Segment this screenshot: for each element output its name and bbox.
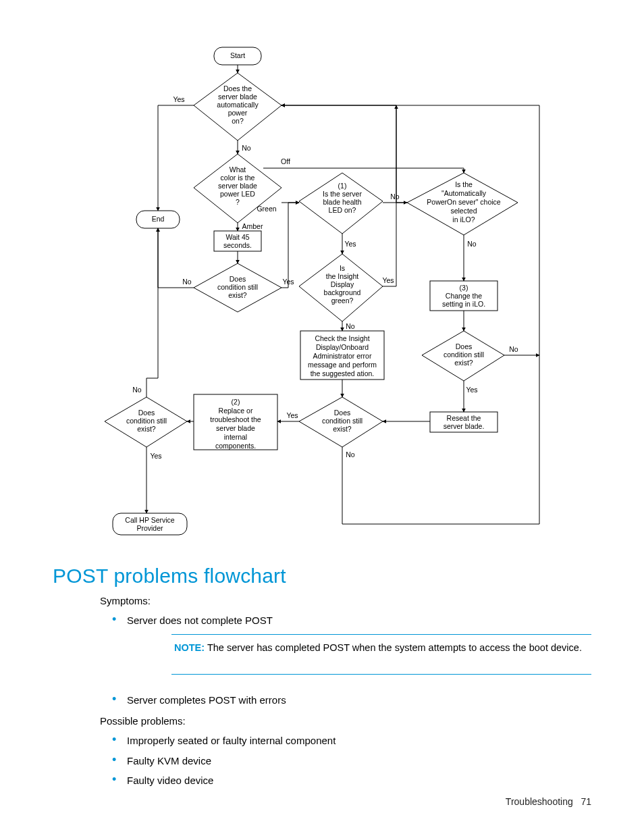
footer-section: Troubleshooting <box>506 796 573 807</box>
svg-text:Green: Green <box>257 205 276 213</box>
svg-text:No: No <box>132 386 142 394</box>
svg-text:No: No <box>467 240 477 248</box>
svg-text:green?: green? <box>331 296 354 305</box>
svg-text:Yes: Yes <box>466 386 477 394</box>
svg-text:Yes: Yes <box>382 276 394 284</box>
svg-text:Check the Insight: Check the Insight <box>315 334 369 342</box>
page-footer: Troubleshooting 71 <box>506 796 591 807</box>
svg-text:?: ? <box>236 198 240 206</box>
svg-text:Call HP Service: Call HP Service <box>125 516 174 524</box>
svg-text:No: No <box>346 322 355 330</box>
note-block: NOTE: The server has completed POST when… <box>171 634 591 675</box>
svg-text:(2): (2) <box>232 398 240 406</box>
svg-text:Provider: Provider <box>136 524 163 532</box>
svg-text:condition still: condition still <box>322 417 363 425</box>
svg-text:What: What <box>230 165 246 174</box>
node-start: Start <box>230 51 245 59</box>
svg-text:in iLO?: in iLO? <box>452 215 475 224</box>
svg-text:power LED: power LED <box>220 190 255 198</box>
svg-text:(3): (3) <box>460 284 468 292</box>
svg-text:Yes: Yes <box>286 411 298 419</box>
svg-text:internal: internal <box>224 433 247 441</box>
symptoms-list: Server does not complete POST NOTE: The … <box>100 613 591 708</box>
symptoms-label: Symptoms: <box>100 593 591 608</box>
svg-text:No: No <box>509 345 518 353</box>
svg-text:Off: Off <box>281 157 290 165</box>
section-heading: POST problems flowchart <box>53 565 591 588</box>
svg-text:No: No <box>346 450 355 459</box>
svg-text:components.: components. <box>215 442 256 450</box>
svg-text:Yes: Yes <box>282 278 294 286</box>
svg-text:PowerOn sever" choice: PowerOn sever" choice <box>427 198 501 206</box>
svg-text:condition still: condition still <box>217 283 258 291</box>
svg-text:exist?: exist? <box>333 425 352 433</box>
list-item: Server does not complete POST NOTE: The … <box>100 613 591 675</box>
node-end: End <box>152 215 165 223</box>
svg-text:server blade: server blade <box>218 93 257 101</box>
svg-text:condition still: condition still <box>126 417 167 425</box>
possible-problems-label: Possible problems: <box>100 713 591 729</box>
svg-text:Yes: Yes <box>344 240 356 248</box>
svg-text:automatically: automatically <box>217 101 259 109</box>
svg-text:Is the server: Is the server <box>323 190 362 198</box>
svg-text:condition still: condition still <box>444 350 484 359</box>
svg-text:the suggested ation.: the suggested ation. <box>311 369 375 377</box>
svg-text:No: No <box>390 192 400 201</box>
svg-text:Does: Does <box>230 275 246 283</box>
svg-text:seconds.: seconds. <box>223 241 252 249</box>
svg-text:LED on?: LED on? <box>329 206 356 214</box>
svg-text:Yes: Yes <box>150 452 161 460</box>
svg-text:Is the: Is the <box>455 180 473 188</box>
svg-text:exist?: exist? <box>454 359 473 367</box>
svg-text:background: background <box>324 288 361 296</box>
svg-text:Replace or: Replace or <box>219 407 253 415</box>
svg-text:(1): (1) <box>338 182 347 190</box>
svg-text:server blade: server blade <box>218 182 257 190</box>
svg-text:on?: on? <box>232 117 244 125</box>
flowchart-diagram: .box { fill:#fff; stroke:#000; stroke-wi… <box>86 41 558 552</box>
note-text: The server has completed POST when the s… <box>205 642 582 653</box>
svg-text:Does: Does <box>138 409 155 417</box>
svg-text:color is the: color is the <box>221 174 255 182</box>
svg-text:Is: Is <box>340 264 345 272</box>
svg-text:message and perform: message and perform <box>308 361 377 369</box>
svg-text:server blade.: server blade. <box>444 422 485 430</box>
list-item: Server completes POST with errors <box>100 692 591 708</box>
svg-text:server blade: server blade <box>216 424 255 432</box>
svg-text:exist?: exist? <box>137 425 156 433</box>
svg-text:Reseat the: Reseat the <box>447 414 481 422</box>
document-page: .box { fill:#fff; stroke:#000; stroke-wi… <box>0 0 644 834</box>
svg-text:Display/Onboard: Display/Onboard <box>316 343 369 351</box>
svg-text:No: No <box>182 278 192 286</box>
svg-text:Yes: Yes <box>173 95 184 103</box>
list-item: Faulty video device <box>100 773 591 788</box>
svg-text:Does: Does <box>334 409 351 417</box>
footer-page-number: 71 <box>581 796 591 807</box>
svg-text:Change the: Change the <box>446 292 482 300</box>
svg-text:No: No <box>242 144 251 152</box>
svg-text:"Automatically: "Automatically <box>441 189 487 197</box>
svg-text:setting in iLO.: setting in iLO. <box>442 300 485 308</box>
svg-text:blade health: blade health <box>323 198 361 206</box>
possible-problems-list: Improperly seated or faulty internal com… <box>100 733 591 788</box>
svg-text:Administrator error: Administrator error <box>313 352 372 360</box>
list-item: Faulty KVM device <box>100 753 591 768</box>
svg-text:Wait 45: Wait 45 <box>225 233 249 241</box>
list-item: Improperly seated or faulty internal com… <box>100 733 591 748</box>
symptom-text: Server does not complete POST <box>127 615 273 626</box>
svg-text:the Insight: the Insight <box>326 272 359 280</box>
svg-text:Does: Does <box>456 342 473 350</box>
svg-text:Does the: Does the <box>223 84 252 93</box>
note-label: NOTE: <box>174 642 205 653</box>
svg-text:troubleshoot the: troubleshoot the <box>210 415 261 423</box>
svg-text:Display: Display <box>331 280 354 288</box>
svg-text:exist?: exist? <box>228 291 247 299</box>
svg-text:selected: selected <box>450 207 477 215</box>
section-body: Symptoms: Server does not complete POST … <box>100 593 591 788</box>
svg-text:power: power <box>228 109 248 117</box>
svg-text:Amber: Amber <box>242 222 263 230</box>
